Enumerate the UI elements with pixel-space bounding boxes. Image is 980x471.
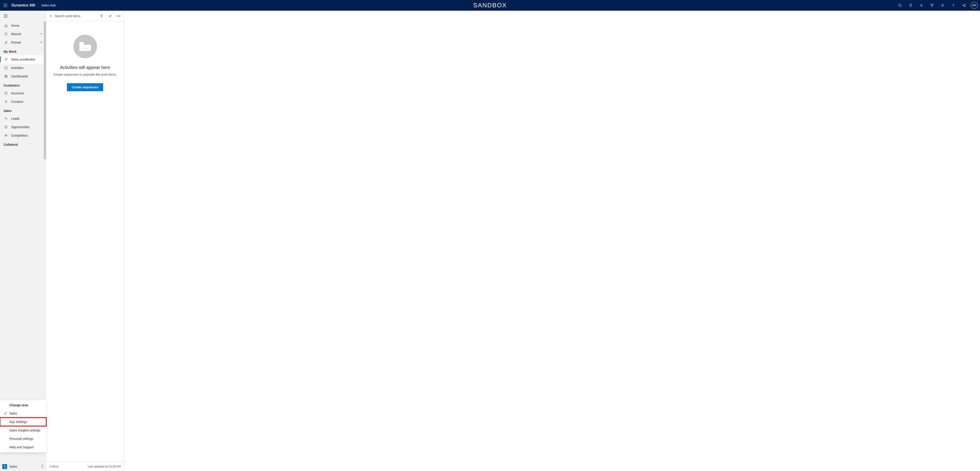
svg-point-45: [118, 16, 119, 16]
help-icon: [951, 3, 955, 7]
environment-label: SANDBOX: [473, 2, 507, 9]
svg-rect-25: [5, 67, 7, 69]
work-more-button[interactable]: [115, 13, 122, 19]
nav-label: Contacts: [11, 100, 23, 104]
section-sales: Sales: [0, 106, 46, 114]
area-badge: S: [2, 464, 7, 469]
sidebar-item-recent[interactable]: Recent: [0, 30, 46, 38]
empty-state: Activities will appear here Create seque…: [46, 21, 124, 91]
svg-point-1: [5, 3, 6, 4]
nav-label: Leads: [11, 117, 19, 120]
rocket-icon: [4, 57, 8, 61]
section-my-work: My Work: [0, 47, 46, 55]
leads-icon: [4, 117, 8, 121]
popup-label: Sales: [10, 412, 17, 415]
empty-description: Create sequences to populate the work it…: [53, 72, 117, 77]
main: Home Recent Pinned My Work Sales acceler…: [0, 11, 980, 471]
section-customers: Customers: [0, 81, 46, 89]
home-icon: [4, 24, 8, 27]
nav-label: Dashboards: [11, 75, 28, 78]
sidebar-item-pinned[interactable]: Pinned: [0, 38, 46, 47]
svg-line-19: [963, 5, 964, 5]
area-popup-header: Change area: [0, 401, 46, 409]
filter-button[interactable]: [927, 0, 937, 11]
topbar: Dynamics 365 Sales Hub SANDBOX: [0, 0, 980, 11]
sidebar: Home Recent Pinned My Work Sales acceler…: [0, 11, 46, 471]
empty-folder-icon: [73, 35, 97, 58]
hamburger-icon: [3, 14, 8, 18]
sidebar-item-accounts[interactable]: Accounts: [0, 89, 46, 97]
pin-icon: [4, 40, 8, 45]
svg-point-49: [85, 48, 86, 49]
area-option-personal-settings[interactable]: Personal settings: [0, 434, 46, 443]
svg-point-0: [3, 3, 4, 4]
settings-button[interactable]: [937, 0, 948, 11]
svg-point-2: [6, 3, 7, 4]
share-button[interactable]: [959, 0, 969, 11]
app-launcher-button[interactable]: [0, 0, 11, 11]
sidebar-toggle[interactable]: [0, 11, 46, 21]
nav-label: Activities: [11, 66, 23, 70]
sidebar-item-contacts[interactable]: Contacts: [0, 97, 46, 106]
sidebar-item-home[interactable]: Home: [0, 21, 46, 30]
svg-point-5: [6, 5, 7, 6]
nav-label: Pinned: [11, 41, 21, 44]
user-avatar[interactable]: NR: [970, 2, 978, 9]
search-input-wrap[interactable]: [49, 14, 96, 18]
work-filter-button[interactable]: [99, 13, 105, 19]
svg-point-15: [953, 6, 953, 7]
area-switcher[interactable]: S Sales: [0, 461, 46, 471]
search-icon: [898, 3, 902, 7]
sidebar-scrollbar[interactable]: [44, 21, 46, 159]
search-input[interactable]: [55, 14, 96, 18]
work-search-row: [46, 11, 124, 21]
hub-name[interactable]: Sales Hub: [38, 3, 56, 7]
clock-icon: [4, 32, 8, 36]
opportunity-icon: [4, 125, 8, 129]
svg-rect-47: [80, 42, 84, 43]
svg-point-4: [5, 5, 6, 6]
popup-label: Personal settings: [10, 437, 33, 441]
sidebar-item-sales-accelerator[interactable]: Sales accelerator: [0, 55, 46, 64]
svg-rect-27: [6, 75, 7, 76]
lightbulb-icon: [908, 3, 913, 7]
help-button[interactable]: [948, 0, 959, 11]
nav-label: Home: [11, 24, 19, 27]
plus-icon: [919, 3, 923, 7]
svg-point-48: [83, 48, 83, 49]
topbar-left: Dynamics 365 Sales Hub: [0, 0, 56, 11]
search-button[interactable]: [895, 0, 905, 11]
add-button[interactable]: [916, 0, 927, 11]
sidebar-item-activities[interactable]: Activities: [0, 64, 46, 72]
svg-point-8: [6, 6, 7, 7]
app-title[interactable]: Dynamics 365: [11, 3, 38, 7]
svg-point-3: [3, 5, 4, 6]
sidebar-item-opportunities[interactable]: Opportunities: [0, 123, 46, 131]
share-icon: [962, 3, 966, 7]
sidebar-item-competitors[interactable]: Competitors: [0, 131, 46, 140]
svg-point-35: [6, 101, 7, 102]
create-sequences-button[interactable]: Create sequences: [67, 83, 103, 91]
area-option-app-settings[interactable]: App Settings: [0, 418, 46, 426]
section-collateral: Collateral: [0, 140, 46, 148]
area-option-sales[interactable]: Sales: [0, 409, 46, 418]
sidebar-item-leads[interactable]: Leads: [0, 114, 46, 123]
svg-point-40: [5, 135, 6, 136]
area-option-help[interactable]: Help and Support: [0, 443, 46, 452]
area-option-sales-insights[interactable]: Sales Insights settings: [0, 426, 46, 434]
assistant-button[interactable]: [905, 0, 916, 11]
sidebar-item-dashboards[interactable]: Dashboards: [0, 72, 46, 81]
sort-icon: [108, 14, 112, 18]
work-sort-button[interactable]: [107, 13, 113, 19]
popup-label: App Settings: [10, 420, 27, 424]
svg-point-46: [119, 16, 120, 16]
checklist-icon: [4, 66, 8, 70]
more-icon: [117, 16, 120, 16]
area-updown-icon: [41, 464, 44, 469]
svg-point-16: [963, 5, 964, 6]
svg-point-6: [3, 6, 4, 7]
area-popup: Change area Sales App Settings Sales Ins…: [0, 400, 46, 452]
svg-point-17: [965, 4, 966, 5]
work-footer: 0 items Last updated at 10:29 AM: [46, 461, 124, 471]
svg-rect-29: [6, 77, 7, 78]
